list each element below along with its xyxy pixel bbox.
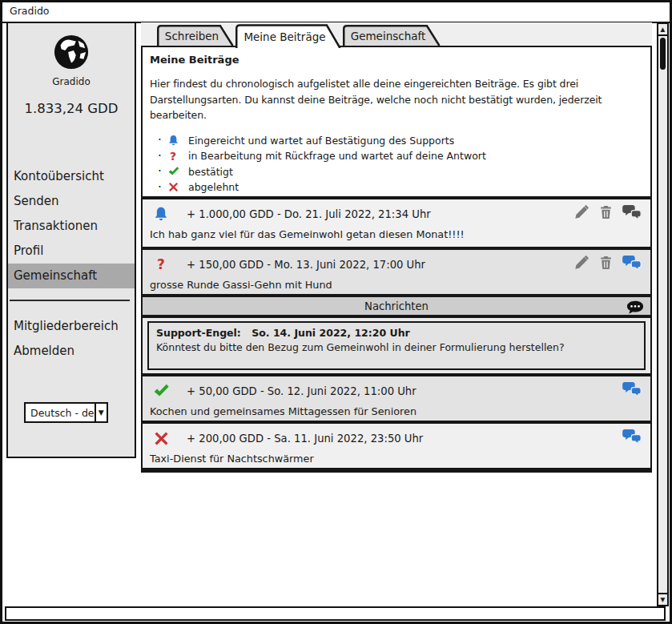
gradido-logo [8, 34, 135, 74]
language-select-value: Deutsch - de [26, 407, 95, 419]
app-window: Gradido Gradido 1.833,24 GDD Kontoübersi… [0, 0, 672, 624]
chat-icon[interactable] [622, 255, 642, 274]
contribution-row: + 50,00 GDD - So. 12. Juni 2022, 11:00 U… [141, 375, 652, 422]
tab-content: Meine Beiträge Hier findest du chronolog… [141, 46, 652, 602]
tab-schreiben[interactable]: Schreiben [157, 25, 234, 46]
contribution-description: Taxi-Dienst für Nachtschwärmer [150, 453, 644, 465]
empty-area [141, 469, 652, 473]
cross-icon [152, 431, 170, 446]
bullet: · [158, 149, 164, 163]
contribution-row: + 200,00 GDD - Sa. 11. Juni 2022, 23:50 … [141, 422, 652, 469]
contribution-description: Kochen und gemeinsames Mittagessen für S… [150, 405, 644, 417]
trash-icon[interactable] [598, 255, 614, 274]
sidebar-menu: Kontoübersicht Senden Transaktionen Prof… [8, 164, 135, 364]
language-select[interactable]: Deutsch - de ▼ [24, 402, 108, 423]
question-icon: ? [152, 256, 170, 272]
scroll-up-icon[interactable]: ▲ [658, 24, 667, 36]
contribution-row: ? + 150,00 GDD - Mo. 13. Juni 2022, 17:0… [141, 248, 652, 296]
bell-icon [152, 206, 170, 223]
menu-divider [10, 300, 130, 301]
tab-gemeinschaft[interactable]: Gemeinschaft [343, 25, 441, 46]
chat-icon[interactable] [622, 204, 642, 223]
chevron-down-icon: ▼ [95, 404, 107, 421]
globe-icon [53, 34, 90, 70]
tab-label: Schreiben [163, 30, 220, 42]
edit-icon[interactable] [573, 255, 590, 275]
sidebar-item-mitgliederbereich[interactable]: Mitgliederbereich [8, 314, 135, 339]
contribution-description: Ich hab ganz viel für das Gemeinwohl get… [150, 228, 644, 240]
sidebar-item-transaktionen[interactable]: Transaktionen [8, 214, 135, 239]
contribution-header: + 50,00 GDD - So. 12. Juni 2022, 11:00 U… [187, 385, 416, 397]
intro-section: Meine Beiträge Hier findest du chronolog… [141, 46, 652, 198]
cross-icon [164, 182, 182, 192]
page-title: Meine Beiträge [150, 54, 641, 66]
message-timestamp: So. 14. Juni 2022, 12:20 Uhr [251, 327, 410, 339]
main-area: Schreiben Meine Beiträge Gemeinschaft Me… [141, 22, 652, 602]
contribution-row: + 1.000,00 GDD - Do. 21. Juli 2022, 21:3… [141, 198, 652, 248]
tab-label: Gemeinschaft [349, 30, 427, 42]
contribution-header: + 1.000,00 GDD - Do. 21. Juli 2022, 21:3… [187, 208, 431, 220]
sidebar-item-abmelden[interactable]: Abmelden [8, 339, 135, 364]
scrollbar-thumb[interactable] [660, 38, 666, 70]
message-text: Könntest du bitte den Bezug zum Gemeinwo… [156, 341, 637, 353]
status-legend: · Eingereicht und wartet auf Bestätigung… [150, 133, 641, 195]
chat-icon[interactable] [622, 381, 642, 401]
tab-meine-beitraege[interactable]: Meine Beiträge [235, 24, 341, 48]
message-author: Support-Engel: [156, 327, 241, 339]
window-title: Gradido [2, 2, 670, 23]
sidebar-item-senden[interactable]: Senden [8, 189, 135, 214]
check-icon [164, 166, 182, 177]
bullet: · [158, 133, 164, 147]
vertical-scrollbar[interactable]: ▲ ▼ [657, 22, 669, 606]
chat-icon[interactable] [622, 429, 642, 448]
check-icon [152, 383, 170, 399]
tab-label: Meine Beiträge [242, 30, 328, 43]
contribution-header: + 200,00 GDD - Sa. 11. Juni 2022, 23:50 … [187, 433, 423, 445]
contribution-header: + 150,00 GDD - Mo. 13. Juni 2022, 17:00 … [187, 259, 425, 271]
question-icon: ? [164, 150, 182, 163]
support-message: Support-Engel: So. 14. Juni 2022, 12:20 … [147, 321, 646, 370]
bullet: · [158, 180, 164, 195]
legend-item-eingereicht: · Eingereicht und wartet auf Bestätigung… [150, 133, 641, 149]
bullet: · [158, 164, 164, 179]
message-bubble-icon[interactable] [626, 300, 644, 318]
account-balance: 1.833,24 GDD [8, 101, 135, 116]
sidebar-item-kontouebersicht[interactable]: Kontoübersicht [8, 164, 135, 189]
status-bar [5, 606, 666, 621]
sidebar-item-profil[interactable]: Profil [8, 239, 135, 264]
trash-icon[interactable] [598, 204, 614, 223]
edit-icon[interactable] [573, 204, 590, 224]
legend-item-bestaetigt: · bestätigt [150, 164, 641, 180]
messages-header: Nachrichten [141, 296, 652, 316]
contribution-description: grosse Runde Gassi-Gehn mit Hund [150, 279, 644, 291]
messages-section: Support-Engel: So. 14. Juni 2022, 12:20 … [141, 316, 652, 375]
legend-item-abgelehnt: · abgelehnt [150, 179, 641, 195]
bell-icon [164, 135, 182, 147]
messages-title: Nachrichten [364, 300, 429, 312]
legend-item-rueckfrage: · ? in Bearbeitung mit Rückfrage und war… [150, 148, 641, 164]
sidebar: Gradido 1.833,24 GDD Kontoübersicht Send… [6, 22, 136, 458]
scroll-down-icon[interactable]: ▼ [658, 593, 667, 605]
sidebar-item-gemeinschaft[interactable]: Gemeinschaft [8, 264, 135, 288]
logo-label: Gradido [8, 76, 135, 87]
tab-bar: Schreiben Meine Beiträge Gemeinschaft [141, 22, 652, 46]
intro-text: Hier findest du chronologisch aufgeliste… [150, 76, 641, 123]
